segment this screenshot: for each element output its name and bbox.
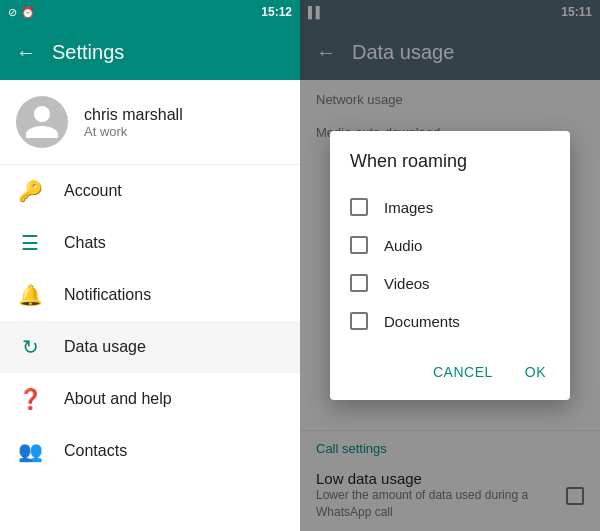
when-roaming-dialog: When roaming Images Audio Videos Documen…	[330, 131, 570, 400]
menu-label-data-usage: Data usage	[64, 338, 146, 356]
checkbox-documents[interactable]	[350, 312, 368, 330]
refresh-icon: ↻	[16, 335, 44, 359]
left-panel: ⊘ ⏰ 15:12 ← Settings chris marshall At w…	[0, 0, 300, 531]
help-icon: ❓	[16, 387, 44, 411]
key-icon: 🔑	[16, 179, 44, 203]
checkbox-images[interactable]	[350, 198, 368, 216]
bell-icon: 🔔	[16, 283, 44, 307]
profile-name: chris marshall	[84, 106, 183, 124]
checkbox-videos[interactable]	[350, 274, 368, 292]
menu-item-contacts[interactable]: 👥 Contacts	[0, 425, 300, 477]
option-label-audio: Audio	[384, 237, 422, 254]
option-label-documents: Documents	[384, 313, 460, 330]
notification-icon: ⊘	[8, 6, 17, 19]
chat-icon: ☰	[16, 231, 44, 255]
menu-item-chats[interactable]: ☰ Chats	[0, 217, 300, 269]
menu-item-account[interactable]: 🔑 Account	[0, 165, 300, 217]
menu-label-chats: Chats	[64, 234, 106, 252]
people-icon: 👥	[16, 439, 44, 463]
profile-section[interactable]: chris marshall At work	[0, 80, 300, 165]
option-images[interactable]: Images	[330, 188, 570, 226]
profile-info: chris marshall At work	[84, 106, 183, 139]
settings-title: Settings	[52, 41, 124, 64]
cancel-button[interactable]: CANCEL	[421, 356, 505, 388]
profile-status: At work	[84, 124, 183, 139]
checkbox-audio[interactable]	[350, 236, 368, 254]
back-arrow-left[interactable]: ←	[16, 41, 36, 64]
option-label-images: Images	[384, 199, 433, 216]
alarm-icon: ⏰	[21, 6, 35, 19]
left-header: ← Settings	[0, 24, 300, 80]
right-panel: ▌▌ 15:11 ← Data usage Network usage Medi…	[300, 0, 600, 531]
option-videos[interactable]: Videos	[330, 264, 570, 302]
menu-label-account: Account	[64, 182, 122, 200]
option-documents[interactable]: Documents	[330, 302, 570, 340]
dialog-title: When roaming	[330, 131, 570, 184]
menu-label-about: About and help	[64, 390, 172, 408]
menu-item-data-usage[interactable]: ↻ Data usage	[0, 321, 300, 373]
menu-label-contacts: Contacts	[64, 442, 127, 460]
menu-list: 🔑 Account ☰ Chats 🔔 Notifications ↻ Data…	[0, 165, 300, 531]
menu-label-notifications: Notifications	[64, 286, 151, 304]
dialog-actions: CANCEL OK	[330, 348, 570, 400]
status-bar-left: ⊘ ⏰ 15:12	[0, 0, 300, 24]
dialog-options: Images Audio Videos Documents	[330, 184, 570, 348]
left-time: 15:12	[261, 5, 292, 19]
left-status-icons: ⊘ ⏰	[8, 6, 35, 19]
avatar	[16, 96, 68, 148]
ok-button[interactable]: OK	[513, 356, 558, 388]
dialog-overlay: When roaming Images Audio Videos Documen…	[300, 0, 600, 531]
menu-item-about[interactable]: ❓ About and help	[0, 373, 300, 425]
menu-item-notifications[interactable]: 🔔 Notifications	[0, 269, 300, 321]
option-audio[interactable]: Audio	[330, 226, 570, 264]
option-label-videos: Videos	[384, 275, 430, 292]
